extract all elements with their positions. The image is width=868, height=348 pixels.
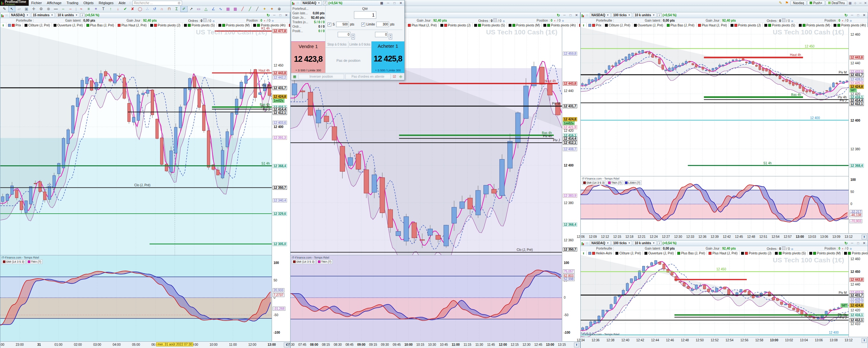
chart-titlebar-top-right[interactable]: ∷NASDAQ▼100 ticks▼10 k unités▼i(+0,54 %)…	[581, 12, 868, 18]
settings-tools-icon[interactable]: ⚙	[38, 6, 44, 12]
limit-ticks-spin-icon[interactable]: ▲▼	[389, 34, 392, 39]
quantity-input[interactable]	[354, 11, 376, 19]
horizontal-line-icon[interactable]: —	[52, 6, 59, 12]
refresh-icon[interactable]: ↻	[266, 13, 271, 18]
indicator-legend-item[interactable]: LSMA (7)	[624, 180, 642, 185]
short-line-red-icon[interactable]: –	[67, 6, 74, 12]
chart-titlebar-left[interactable]: ∷NASDAQ▼15 minutes▼10 k unités▼i(+0,54 %…	[0, 12, 290, 18]
draw-mode-icon[interactable]: ✐	[181, 6, 187, 12]
close-icon[interactable]: ✕	[862, 13, 867, 17]
zigzag-icon[interactable]: ≈	[78, 6, 85, 12]
maximize-icon[interactable]: □	[856, 241, 861, 245]
arrow-down-icon[interactable]: ↓	[115, 6, 122, 12]
order-layout-icon[interactable]: ▦	[379, 1, 384, 5]
minimize-icon[interactable]: ─	[849, 13, 855, 17]
price-axis-center[interactable]: 12 459,812 443,812 44012 431,712 424,81m…	[562, 27, 580, 341]
toolbar-grip[interactable]: ∷	[128, 1, 132, 4]
stop-ticks-spin-icon[interactable]: ▲▼	[351, 34, 355, 39]
app-close-icon[interactable]: ✕	[863, 1, 868, 5]
chart-titlebar-bottom-right[interactable]: ∷NASDAQ▼100 ticks▼10 k unités▼i(+0,54 %)…	[581, 240, 868, 246]
refresh-icon[interactable]: ↻	[843, 13, 848, 18]
fib-levels-icon[interactable]: ≡	[85, 6, 92, 12]
units-dropdown[interactable]: 10 k unités▼	[633, 13, 657, 18]
sum-icon[interactable]: Σ	[173, 6, 180, 12]
points-icon[interactable]: ∴	[144, 6, 151, 12]
order-book-icon[interactable]: ⎆	[398, 74, 403, 79]
eraser-icon[interactable]: ▱	[16, 6, 23, 12]
search-icon[interactable]: ⊙	[178, 1, 180, 5]
angle-icon[interactable]: ∠	[210, 6, 217, 12]
grid-icon[interactable]: ▦	[224, 6, 231, 12]
timeframe-dropdown[interactable]: 15 minutes▼	[31, 13, 55, 18]
diagonal-red-icon[interactable]: ╱	[239, 6, 246, 12]
indicator-panel-top-right[interactable]: IT-Finance.com - Temps RéelSMI (14 3 5 3…	[581, 176, 848, 233]
order-maximize-icon[interactable]: □	[392, 1, 397, 5]
nasdaq-button[interactable]: Nasdaq	[790, 1, 806, 5]
order-symbol-dropdown[interactable]: NASDAQ▼	[301, 1, 322, 5]
triangle-icon[interactable]: △	[203, 6, 210, 12]
stop-ticks-stepper[interactable]	[338, 32, 350, 37]
price-axis-top-right[interactable]: 12 46012 443,812 44012 433,912 431,712 4…	[848, 27, 868, 233]
zoom-icon[interactable]: ⊕	[276, 6, 283, 12]
scroll-latest-icon[interactable]: ⬆	[862, 235, 867, 239]
fork-icon[interactable]: ✶	[92, 6, 99, 12]
refresh-icon[interactable]: ↻	[843, 241, 848, 245]
time-axis-center[interactable]: 07:3007:4508:0008:1508:3008:4509:0009:15…	[290, 341, 580, 348]
time-axis-bottom-right[interactable]: 12:3412:3612:3812:4012:4212:4412:4612:48…	[581, 337, 868, 348]
indicator-legend-item[interactable]: SMI (14 3 5 3)	[292, 259, 316, 264]
info-icon[interactable]: i	[657, 13, 662, 17]
indicator-legend-item[interactable]: TMA (7)	[27, 259, 42, 264]
indicator-legend-item[interactable]: TMA (7)	[607, 180, 623, 185]
info-icon[interactable]: i	[657, 241, 662, 245]
app-minimize-icon[interactable]: ─	[858, 1, 863, 5]
alert-bell-icon[interactable]: ✦	[261, 6, 268, 12]
limit-at-ticks-button[interactable]: Limite à 0 ticks	[348, 41, 371, 47]
trend-arrow-icon[interactable]: ↗	[188, 6, 195, 12]
maximize-icon[interactable]: □	[278, 13, 283, 17]
symbol-dropdown[interactable]: NASDAQ▼	[590, 241, 611, 245]
pencil-icon[interactable]: ✎	[1, 6, 8, 12]
short-line-green-icon[interactable]: –	[60, 6, 67, 12]
price-chart-left[interactable]: R1 4hHaut 4hPiv MBas 4hPiv 4hPiv JS1 4hC…	[0, 27, 272, 255]
arrow-up-icon[interactable]: ↑	[107, 6, 114, 12]
order-window-titlebar[interactable]: ∷ NASDAQ▼ i (+0,54 %) ▦ ─ □ ✕	[291, 0, 404, 6]
menu-item-trading[interactable]: Trading	[64, 1, 81, 5]
move-icon[interactable]: ✛	[30, 6, 37, 12]
curve-icon[interactable]: ∿	[217, 6, 224, 12]
lock-icon[interactable]: ⊓	[166, 6, 173, 12]
check-icon[interactable]: ✔	[122, 6, 129, 12]
diagonal-gray-icon[interactable]: ╱	[254, 6, 261, 12]
pattern-icon[interactable]: ▩	[232, 6, 239, 12]
app-pin-icon[interactable]: ⊹	[853, 1, 858, 5]
info-icon[interactable]: i	[80, 13, 85, 17]
trash-icon[interactable]: ⊗	[45, 6, 52, 12]
menu-item-affichage[interactable]: Affichage	[44, 1, 64, 5]
cross-icon[interactable]: ✘	[129, 6, 136, 12]
minimize-icon[interactable]: ─	[849, 241, 855, 245]
stop-at-ticks-button[interactable]: Stop à 0 ticks	[326, 41, 348, 47]
magnet-icon[interactable]: ∩	[158, 6, 165, 12]
maximize-icon[interactable]: □	[568, 13, 573, 17]
close-icon[interactable]: ✕	[862, 241, 867, 245]
close-icon[interactable]: ✕	[574, 13, 579, 17]
order-minimize-icon[interactable]: ─	[385, 1, 391, 5]
alert-bell-add-icon[interactable]: ✦	[269, 6, 276, 12]
timeframe-dropdown[interactable]: 100 ticks▼	[612, 13, 632, 18]
search-input[interactable]: Recherche ... ⊙	[132, 1, 182, 5]
text-icon[interactable]: T	[100, 6, 107, 12]
minimize-icon[interactable]: ─	[272, 13, 277, 17]
portfolio-icon[interactable]: ▦	[292, 74, 297, 79]
timeframe-dropdown[interactable]: 100 ticks▼	[612, 241, 632, 245]
flag-icon[interactable]: ⚑	[784, 1, 790, 5]
scroll-latest-icon[interactable]: ⬆	[862, 338, 867, 343]
rectangle-icon[interactable]: ▭	[195, 6, 202, 12]
time-axis-left[interactable]: 22:0023:003101:0002:0003:0004:0005:0006:…	[0, 341, 290, 348]
limit-distance-input[interactable]	[376, 22, 389, 27]
indicator-legend-item[interactable]: SMI (14 3 5 3)	[2, 259, 26, 264]
reverse-position-button[interactable]: Inverser position	[299, 74, 344, 79]
stop-distance-input[interactable]	[336, 22, 349, 27]
minimize-icon[interactable]: ─	[562, 13, 567, 17]
sell-button[interactable]: Vendre 1 12 423,8 + S 500 / Limite 300	[291, 41, 325, 73]
menu-item-aide[interactable]: Aide	[116, 1, 128, 5]
app-layout-icon[interactable]: ▦	[847, 1, 853, 5]
